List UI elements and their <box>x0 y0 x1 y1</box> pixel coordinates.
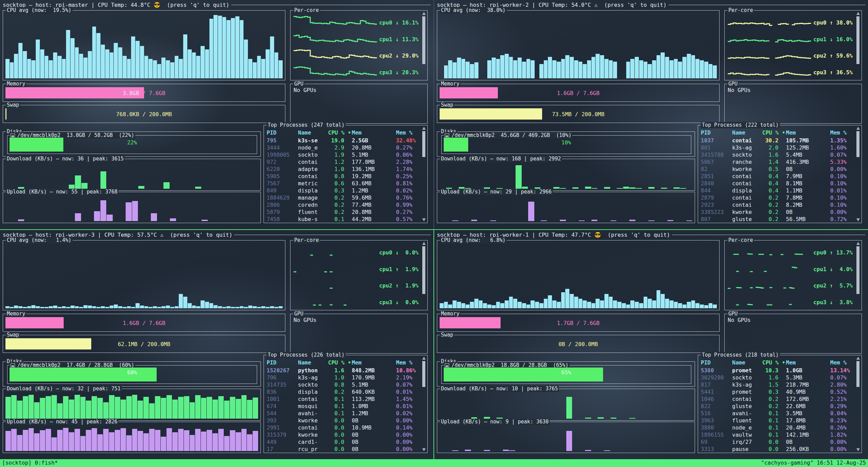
scrollbar-thumb[interactable] <box>422 16 425 64</box>
scrollbar-thumb[interactable] <box>856 361 859 387</box>
header-pid[interactable]: PID <box>701 359 732 367</box>
process-row[interactable]: 5905contai0.819.2MB0.25% <box>264 173 427 180</box>
header-cpu-sort[interactable]: CPU % • <box>322 359 352 367</box>
header-mem[interactable]: Mem <box>786 129 830 137</box>
header-cpu-sort[interactable]: CPU % • <box>756 359 786 367</box>
process-row[interactable]: 2806coredn0.277.4MB0.99% <box>264 201 427 208</box>
process-row[interactable]: 314735sockto0.85.1MB0.07% <box>264 381 427 388</box>
process-row[interactable]: 7458kube-s0.144.2MB0.57% <box>264 216 427 223</box>
header-mem-percent[interactable]: Mem % <box>830 129 855 137</box>
process-row[interactable]: 82kworke0.50B0.00% <box>698 166 862 173</box>
header-cpu-sort[interactable]: CPU % • <box>756 129 786 137</box>
process-row[interactable]: 2840contai0.48.1MB0.10% <box>698 180 862 187</box>
process-row[interactable]: 2851contai0.47.9MB0.10% <box>698 173 862 180</box>
process-row[interactable]: 2991contai0.010.9MB0.14% <box>264 424 427 431</box>
scrollbar-track[interactable] <box>422 131 425 217</box>
scrollbar-track[interactable] <box>422 246 425 308</box>
scroll-down-icon[interactable] <box>856 448 860 451</box>
process-row[interactable]: 3415788sockto1.65.4MB0.07% <box>698 151 862 158</box>
process-row[interactable]: 5879fluent0.220.8MB0.27% <box>264 208 427 216</box>
process-row[interactable]: 3385223kworke0.20B0.00% <box>698 208 862 216</box>
pane-rpi-worker-1[interactable]: socktop — host: rpi-worker-1 | CPU Temp:… <box>434 230 868 459</box>
scrollbar-track[interactable] <box>856 361 859 447</box>
process-row[interactable]: 3963fluent0.117.8MB0.23% <box>698 417 862 424</box>
header-mem-percent[interactable]: Mem % <box>830 359 855 367</box>
process-scrollbar[interactable] <box>856 357 860 451</box>
scrollbar-track[interactable] <box>422 16 425 78</box>
process-row[interactable]: 817k3s-ag1.5218.7MB2.80% <box>698 381 862 388</box>
process-row[interactable]: 2923contai0.28.2MB0.10% <box>698 201 862 208</box>
header-name[interactable]: Name <box>732 129 756 137</box>
scroll-up-icon[interactable] <box>422 242 426 245</box>
header-name[interactable]: Name <box>732 359 756 367</box>
process-row[interactable]: 795k3s-se19.02.5GB32.48% <box>264 137 427 144</box>
pane-rpi-worker-3[interactable]: socktop — host: rpi-worker-3 | CPU Temp:… <box>0 230 433 459</box>
process-row[interactable]: 69irq/270.00B0.00% <box>698 438 862 446</box>
pane-rpi-worker-2[interactable]: socktop — host: rpi-worker-2 | CPU Temp:… <box>434 0 868 229</box>
process-row[interactable]: 7567metric0.663.6MB0.81% <box>264 180 427 187</box>
scroll-down-icon[interactable] <box>422 448 426 451</box>
header-pid[interactable]: PID <box>267 359 298 367</box>
scrollbar-thumb[interactable] <box>856 16 859 64</box>
process-row[interactable]: 836displa0.2640.0KB0.01% <box>264 388 427 395</box>
scroll-up-icon[interactable] <box>856 357 860 360</box>
process-row[interactable]: 5380promet10.31.0GB13.14% <box>698 367 862 374</box>
header-name[interactable]: Name <box>298 129 322 137</box>
process-row[interactable]: 6220adapte1.0136.1MB1.74% <box>264 166 427 173</box>
scroll-down-icon[interactable] <box>422 218 426 221</box>
process-row[interactable]: 801k3s-ag2.0125.2MB1.60% <box>698 144 862 151</box>
scrollbar-thumb[interactable] <box>422 131 425 157</box>
process-row[interactable]: 516avahi-0.13.5MB0.04% <box>698 410 862 417</box>
scrollbar-track[interactable] <box>856 131 859 217</box>
process-row[interactable]: 449card1-0.00B0.00% <box>264 438 427 446</box>
scrollbar-thumb[interactable] <box>856 131 859 157</box>
process-row[interactable]: 844displa0.41.1MB0.01% <box>698 187 862 194</box>
scrollbar-thumb[interactable] <box>422 246 425 294</box>
pane-rpi-master[interactable]: socktop — host: rpi-master | CPU Temp: 4… <box>0 0 433 229</box>
process-row[interactable]: 1998005sockto1.95.1MB0.06% <box>264 151 427 158</box>
scrollbar-thumb[interactable] <box>422 361 425 387</box>
scrollbar-thumb[interactable] <box>856 246 859 294</box>
process-scrollbar[interactable] <box>422 127 426 221</box>
process-row[interactable]: 849displa0.31.2MB0.02% <box>264 187 427 194</box>
process-row[interactable]: 3880node_e0.120.4MB0.26% <box>698 424 862 431</box>
process-row[interactable]: 822gluste0.222.6MB0.29% <box>698 403 862 410</box>
scrollbar-track[interactable] <box>422 361 425 447</box>
process-row[interactable]: 796k3s-ag1.0170.9MB2.19% <box>264 374 427 381</box>
process-scrollbar[interactable] <box>856 127 860 221</box>
scrollbar-track[interactable] <box>856 16 859 78</box>
process-row[interactable]: 5441promet0.340.9MB0.52% <box>698 388 862 395</box>
process-row[interactable]: 315379kworke0.00B0.00% <box>264 431 427 438</box>
header-mem[interactable]: Mem <box>352 359 396 367</box>
process-row[interactable]: 5067ranche1.4416.3MB5.33% <box>698 158 862 166</box>
process-row[interactable]: 1046contai0.2172.6MB2.21% <box>698 395 862 403</box>
header-mem-percent[interactable]: Mem % <box>396 129 421 137</box>
header-pid[interactable]: PID <box>701 129 732 137</box>
process-row[interactable]: 1001contai0.1113.2MB1.45% <box>264 395 427 403</box>
process-row[interactable]: 1520267python1.6848.2MB10.86% <box>264 367 427 374</box>
tmux-window-label[interactable]: [socktop] 0:fish* <box>2 459 58 467</box>
per-core-scrollbar[interactable] <box>856 12 860 79</box>
header-cpu-sort[interactable]: CPU % • <box>322 129 352 137</box>
header-mem-percent[interactable]: Mem % <box>396 359 421 367</box>
process-row[interactable]: 393kworke0.00B0.00% <box>264 417 427 424</box>
per-core-scrollbar[interactable] <box>422 12 426 79</box>
process-row[interactable]: 3444node_e2.920.8MB0.27% <box>264 144 427 151</box>
process-row[interactable]: 2879contai0.27.8MB0.10% <box>698 194 862 201</box>
scroll-up-icon[interactable] <box>422 127 426 130</box>
scroll-up-icon[interactable] <box>856 12 860 15</box>
process-row[interactable]: 3313pause0.0256.0KB0.00% <box>698 446 862 453</box>
scrollbar-track[interactable] <box>856 246 859 308</box>
process-row[interactable]: 1896155vaultw0.1142.1MB1.82% <box>698 431 862 438</box>
scroll-up-icon[interactable] <box>856 242 860 245</box>
header-name[interactable]: Name <box>298 359 322 367</box>
process-row[interactable]: 1037contai30.2105.7MB1.35% <box>698 137 862 144</box>
scroll-up-icon[interactable] <box>422 357 426 360</box>
process-row[interactable]: 807gluste0.256.5MB0.72% <box>698 216 862 223</box>
process-row[interactable]: 674mosqui0.11.0MB0.01% <box>264 403 427 410</box>
process-row[interactable]: 972contai1.2177.8MB2.28% <box>264 158 427 166</box>
header-mem[interactable]: Mem <box>786 359 830 367</box>
header-pid[interactable]: PID <box>267 129 298 137</box>
process-row[interactable]: 544avahi-0.11.2MB0.02% <box>264 410 427 417</box>
process-row[interactable]: 17rcu_pr0.00B0.00% <box>264 446 427 453</box>
